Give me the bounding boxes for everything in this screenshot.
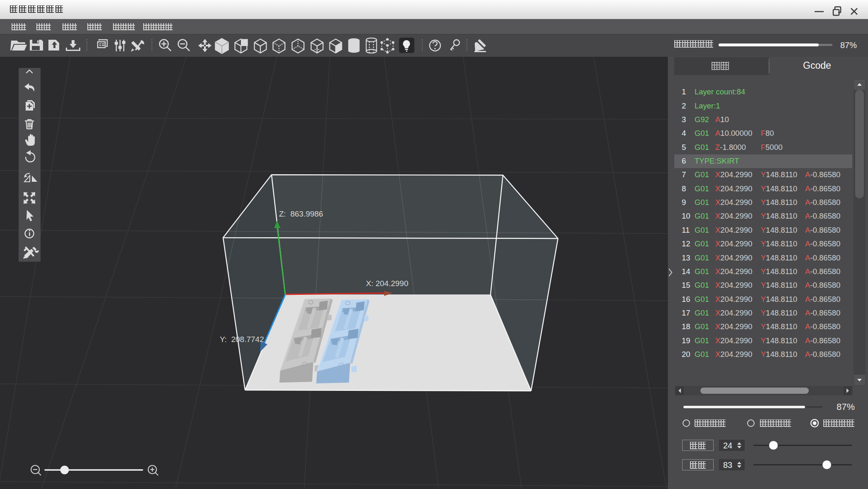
svg-text:X: 204.2990: X: 204.2990	[366, 279, 408, 288]
svg-text:Z: 863.9986: Z: 863.9986	[279, 210, 323, 218]
svg-text:Y: 208.7742: Y: 208.7742	[220, 335, 264, 344]
